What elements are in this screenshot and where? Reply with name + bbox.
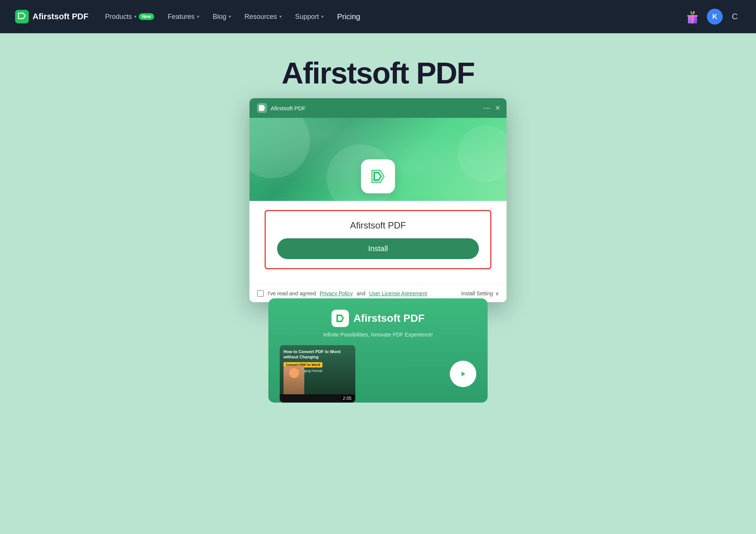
installer-logo-icon	[257, 103, 267, 113]
wave-shape-2	[457, 125, 507, 182]
installer-overlay: Afirstsoft PDF — ✕	[249, 98, 507, 403]
agree-checkbox[interactable]	[257, 290, 264, 297]
nav-resources-label: Resources	[245, 13, 277, 21]
agree-text-prefix: I've read and agreed	[268, 290, 316, 296]
install-button[interactable]: Install	[277, 238, 479, 259]
video-logo-bar: Afirstsoft PDF	[280, 310, 476, 327]
nav-support-label: Support	[295, 13, 319, 21]
installer-logo: Afirstsoft PDF	[257, 103, 306, 113]
svg-rect-4	[691, 15, 694, 23]
video-duration: 2:05	[341, 395, 353, 401]
installer-body: Afirstsoft PDF Install	[249, 201, 507, 284]
install-setting-button[interactable]: Install Setting ∨	[461, 290, 499, 296]
new-badge: New	[139, 13, 154, 20]
chevron-down-icon: ∨	[495, 290, 499, 296]
nav-products[interactable]: Products ▾ New	[99, 10, 160, 24]
nav-close-button[interactable]: C	[729, 10, 741, 23]
app-icon	[361, 159, 395, 193]
video-section-wrapper: Afirstsoft PDF Infinite Possibilities, I…	[249, 302, 507, 403]
install-setting-label: Install Setting	[461, 290, 493, 296]
installer-hero	[249, 118, 507, 201]
video-person	[284, 366, 304, 394]
installer-header: Afirstsoft PDF — ✕	[249, 98, 507, 118]
page-title: Afirstsoft PDF	[282, 56, 474, 91]
chevron-down-icon: ▾	[197, 14, 199, 19]
nav-features-label: Features	[168, 13, 195, 21]
video-thumbnail[interactable]: How to Convert PDF to Word without Chang…	[280, 345, 355, 403]
footer-agree: I've read and agreed Privacy Policy and …	[257, 290, 427, 297]
privacy-policy-link[interactable]: Privacy Policy	[320, 290, 353, 296]
play-button[interactable]	[450, 361, 476, 387]
nav-right: K C	[684, 8, 741, 25]
gift-icon[interactable]	[684, 8, 701, 25]
install-highlight-box: Afirstsoft PDF Install	[265, 210, 491, 269]
minimize-button[interactable]: —	[483, 104, 490, 112]
nav-products-label: Products	[105, 13, 132, 21]
nav-resources[interactable]: Resources ▾	[239, 10, 288, 24]
and-text: and	[356, 290, 365, 296]
play-icon	[457, 368, 469, 380]
close-button[interactable]: ✕	[495, 104, 500, 112]
chevron-down-icon: ▾	[279, 14, 282, 19]
chevron-down-icon: ▾	[229, 14, 231, 19]
video-brand-name: Afirstsoft PDF	[353, 312, 424, 324]
chevron-down-icon: ▾	[134, 14, 136, 19]
user-avatar[interactable]: K	[707, 9, 723, 25]
video-brand-icon	[334, 312, 346, 324]
video-thumb-bg: How to Convert PDF to Word without Chang…	[280, 345, 355, 394]
logo-icon	[15, 10, 29, 23]
license-agreement-link[interactable]: User License Agreement	[369, 290, 427, 296]
nav-logo-text: Afirstsoft PDF	[33, 12, 88, 22]
video-section: Afirstsoft PDF Infinite Possibilities, I…	[268, 298, 488, 403]
video-tagline: Infinite Possibilities, Innovate PDF Exp…	[280, 332, 476, 338]
nav-pricing[interactable]: Pricing	[331, 9, 366, 24]
nav-features[interactable]: Features ▾	[162, 10, 205, 24]
main-content: Afirstsoft PDF Afirstsoft PDF — ✕	[0, 33, 756, 534]
video-content-area: How to Convert PDF to Word without Chang…	[280, 345, 476, 403]
app-logo-icon	[367, 165, 389, 188]
video-duration-bar: 2:05	[280, 394, 355, 403]
nav-blog[interactable]: Blog ▾	[207, 10, 237, 24]
window-controls: — ✕	[483, 104, 500, 112]
avatar-letter: K	[713, 13, 717, 21]
chevron-down-icon: ▾	[321, 14, 324, 19]
wave-shape-1	[249, 118, 310, 178]
installer-dialog: Afirstsoft PDF — ✕	[249, 98, 507, 302]
nav-items: Products ▾ New Features ▾ Blog ▾ Resourc…	[99, 9, 681, 24]
navbar: Afirstsoft PDF Products ▾ New Features ▾…	[0, 0, 756, 33]
nav-logo[interactable]: Afirstsoft PDF	[15, 10, 88, 23]
video-logo-icon	[332, 310, 349, 327]
nav-support[interactable]: Support ▾	[289, 10, 330, 24]
install-app-name: Afirstsoft PDF	[277, 220, 479, 231]
nav-blog-label: Blog	[213, 13, 226, 21]
person-head	[289, 368, 299, 378]
installer-header-title: Afirstsoft PDF	[271, 105, 306, 111]
video-thumb-title: How to Convert PDF to Word without Chang…	[284, 349, 352, 360]
nav-pricing-label: Pricing	[337, 12, 360, 21]
